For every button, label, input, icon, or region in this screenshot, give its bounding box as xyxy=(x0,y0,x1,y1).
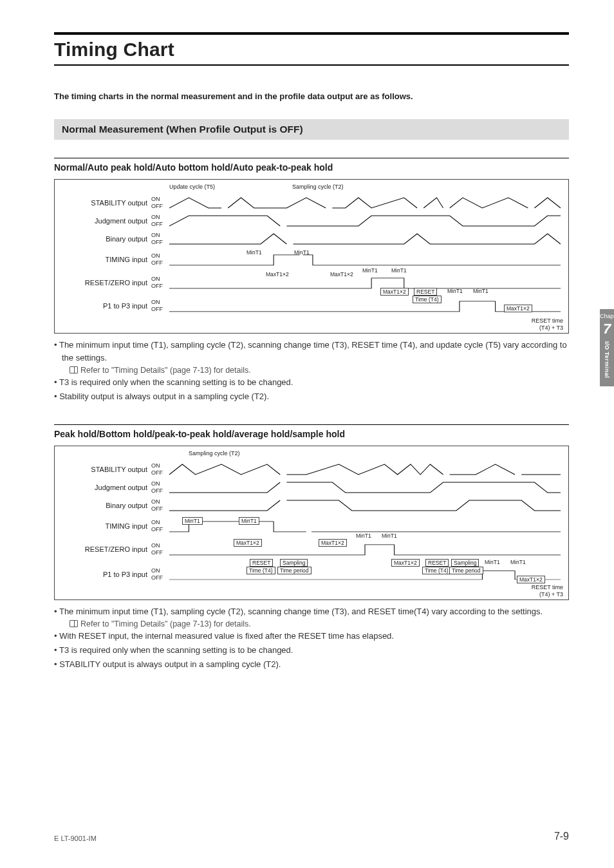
annot-sampling: Sampling xyxy=(280,559,308,567)
annot-time-t4: Time (T4) xyxy=(422,567,451,574)
list-item: The minimum input time (T1), sampling cy… xyxy=(54,339,569,364)
signal-label: RESET/ZERO input xyxy=(55,545,151,553)
signal-label: Judgment output xyxy=(55,484,151,491)
chapter-tab: Chapter 7 I/O Terminal xyxy=(600,309,614,386)
off-label: OFF xyxy=(151,526,167,533)
list-item: T3 is required only when the scanning se… xyxy=(54,376,569,389)
off-label: OFF xyxy=(151,574,167,581)
annot-min-t1: MinT1 xyxy=(447,288,463,294)
annot-reset-time: RESET time xyxy=(532,317,563,325)
book-icon xyxy=(70,620,78,627)
off-label: OFF xyxy=(151,487,167,495)
marker-sampling-cycle: Sampling cycle (T2) xyxy=(189,450,240,460)
annot-max-t1x2: MaxT1×2 xyxy=(319,539,347,547)
bullet-list-1b: T3 is required only when the scanning se… xyxy=(54,376,569,403)
section-header: Normal Measurement (When Profile Output … xyxy=(54,119,569,140)
signal-label: RESET/ZERO input xyxy=(55,279,151,287)
signal-label: Binary output xyxy=(55,502,151,509)
off-label: OFF xyxy=(151,283,167,290)
chapter-number: 7 xyxy=(600,321,614,337)
reference-line: Refer to "Timing Details" (page 7-13) fo… xyxy=(54,619,569,628)
reference-text: Refer to "Timing Details" (page 7-13) fo… xyxy=(80,366,251,375)
bullet-list-2b: With RESET input, the internal measured … xyxy=(54,630,569,671)
annot-time-t4: Time (T4) xyxy=(413,296,442,303)
annot-min-t1: MinT1 xyxy=(356,533,371,539)
annot-reset-formula: (T4) + T3 xyxy=(532,591,563,598)
reference-line: Refer to "Timing Details" (page 7-13) fo… xyxy=(54,366,569,375)
on-label: ON xyxy=(151,214,167,221)
title-rule-top xyxy=(54,32,569,35)
timing-chart-2: Sampling cycle (T2) STABILITY output ONO… xyxy=(54,446,569,600)
signal-label: Judgment output xyxy=(55,217,151,225)
signal-row: Binary output ONOFF xyxy=(55,230,561,248)
annot-max-t1x2: MaxT1×2 xyxy=(391,559,420,567)
subsection-rule xyxy=(54,158,569,159)
signal-row: STABILITY output ONOFF xyxy=(55,460,561,478)
annot-min-t1: MinT1 xyxy=(510,559,526,565)
subsection-title-1: Normal/Auto peak hold/Auto bottom hold/A… xyxy=(54,162,569,173)
annot-min-t1: MinT1 xyxy=(391,267,407,274)
annot-min-t1: MinT1 xyxy=(239,517,259,525)
signal-row: Judgment output ONOFF xyxy=(55,212,561,230)
annot-min-t1: MinT1 xyxy=(247,249,262,256)
signal-label: STABILITY output xyxy=(55,199,151,207)
signal-row: RESET/ZERO input ONOFF MaxT1×2 MaxT1×2 M… xyxy=(55,538,561,561)
on-label: ON xyxy=(151,542,167,549)
annot-reset: RESET xyxy=(425,559,449,567)
annot-reset-formula: (T4) + T3 xyxy=(532,325,563,332)
signal-label: TIMING input xyxy=(55,522,151,530)
off-label: OFF xyxy=(151,469,167,476)
signal-row: P1 to P3 input ONOFF RESET Sampling Time… xyxy=(55,561,561,588)
on-label: ON xyxy=(151,462,167,469)
annot-time-period: Time period xyxy=(449,567,483,574)
on-label: ON xyxy=(151,519,167,526)
off-label: OFF xyxy=(151,221,167,228)
on-label: ON xyxy=(151,567,167,574)
off-label: OFF xyxy=(151,505,167,513)
annot-min-t1: MinT1 xyxy=(294,249,310,256)
signal-row: TIMING input ONOFF MinT1 MinT1 xyxy=(55,248,561,271)
signal-row: TIMING input ONOFF MinT1 MinT1 xyxy=(55,514,561,538)
on-label: ON xyxy=(151,480,167,487)
footer-doc-id: E LT-9001-IM xyxy=(54,835,97,842)
annot-max-t1x2: MaxT1×2 xyxy=(504,305,532,312)
signal-row: P1 to P3 input ONOFF MaxT1×2 RESET Time … xyxy=(55,294,561,317)
on-label: ON xyxy=(151,232,167,239)
signal-label: STABILITY output xyxy=(55,466,151,473)
list-item: T3 is required only when the scanning se… xyxy=(54,644,569,657)
on-label: ON xyxy=(151,299,167,306)
reference-text: Refer to "Timing Details" (page 7-13) fo… xyxy=(80,619,251,628)
signal-label: P1 to P3 input xyxy=(55,302,151,310)
annot-reset-time: RESET time xyxy=(532,584,563,591)
annot-min-t1: MinT1 xyxy=(362,267,378,274)
signal-label: TIMING input xyxy=(55,256,151,263)
signal-label: Binary output xyxy=(55,235,151,243)
signal-row: Binary output ONOFF xyxy=(55,496,561,514)
subsection-title-2: Peak hold/Bottom hold/peak-to-peak hold/… xyxy=(54,429,569,439)
book-icon xyxy=(70,366,78,373)
annot-min-t1: MinT1 xyxy=(473,288,488,294)
annot-time-period: Time period xyxy=(277,567,312,574)
timing-chart-1: Update cycle (T5) Sampling cycle (T2) ST… xyxy=(54,179,569,334)
annot-min-t1: MinT1 xyxy=(182,517,203,525)
list-item: The minimum input time (T1), sampling cy… xyxy=(54,605,569,618)
on-label: ON xyxy=(151,196,167,203)
list-item: STABILITY output is always output in a s… xyxy=(54,658,569,671)
signal-row: Judgment output ONOFF xyxy=(55,478,561,496)
off-label: OFF xyxy=(151,549,167,556)
annot-max-t1x2: MaxT1×2 xyxy=(330,271,353,278)
marker-update-cycle: Update cycle (T5) xyxy=(169,184,215,194)
signal-row: STABILITY output ONOFF xyxy=(55,194,561,212)
on-label: ON xyxy=(151,252,167,259)
annot-reset: RESET xyxy=(250,559,273,567)
marker-sampling-cycle: Sampling cycle (T2) xyxy=(292,184,344,194)
annot-min-t1: MinT1 xyxy=(485,559,500,565)
annot-min-t1: MinT1 xyxy=(382,533,397,539)
off-label: OFF xyxy=(151,306,167,313)
list-item: Stability output is always output in a s… xyxy=(54,390,569,403)
chapter-vertical-text: I/O Terminal xyxy=(604,341,610,378)
annot-max-t1x2: MaxT1×2 xyxy=(234,539,262,547)
annot-sampling: Sampling xyxy=(451,559,479,567)
annot-time-t4: Time (T4) xyxy=(247,567,275,574)
bullet-list-1: The minimum input time (T1), sampling cy… xyxy=(54,339,569,364)
